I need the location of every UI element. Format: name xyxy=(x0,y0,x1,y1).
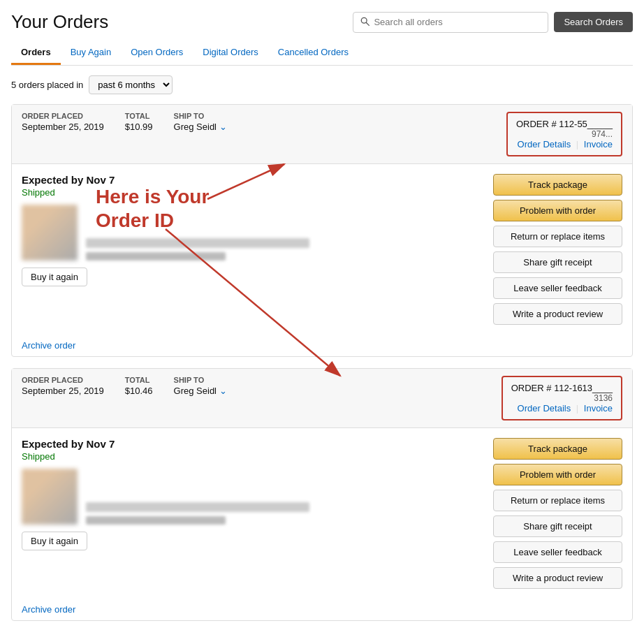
shipped-status-2: Shipped xyxy=(22,451,483,462)
order-total-col-1: TOTAL $10.99 xyxy=(125,112,153,156)
order-body-left-1: Expected by Nov 7 Shipped Buy it again H… xyxy=(22,174,483,325)
search-area: Search Orders xyxy=(353,12,633,33)
product-row-2 xyxy=(22,469,483,525)
order-shipto-col-2: SHIP TO Greg Seidl ⌄ xyxy=(174,376,227,420)
svg-line-1 xyxy=(367,22,369,25)
order-placed-col-1: ORDER PLACED September 25, 2019 xyxy=(22,112,104,156)
order-total-value-1: $10.99 xyxy=(125,122,153,132)
order-total-value-2: $10.46 xyxy=(125,386,153,396)
archive-link-2[interactable]: Archive order xyxy=(12,599,632,620)
orders-count-prefix: 5 orders placed in xyxy=(11,80,83,90)
leave-feedback-btn-1[interactable]: Leave seller feedback xyxy=(493,277,622,299)
search-orders-button[interactable]: Search Orders xyxy=(554,12,633,32)
order-shipto-col-1: SHIP TO Greg Seidl ⌄ xyxy=(174,112,227,156)
tab-buy-again[interactable]: Buy Again xyxy=(61,41,122,65)
order-details-link-2[interactable]: Order Details xyxy=(518,403,571,414)
order-placed-date-1: September 25, 2019 xyxy=(22,122,104,132)
order-actions-1: Track package Problem with order Return … xyxy=(493,174,622,325)
return-replace-btn-2[interactable]: Return or replace items xyxy=(493,490,622,511)
order-body-2: Expected by Nov 7 Shipped Buy it again T… xyxy=(12,428,632,599)
order-number-2: ORDER # 112-1613____ xyxy=(511,383,613,393)
buy-again-btn-2[interactable]: Buy it again xyxy=(22,532,87,550)
order-placed-col-2: ORDER PLACED September 25, 2019 xyxy=(22,376,104,420)
search-input[interactable] xyxy=(374,17,541,27)
product-subtitle-blurred-2 xyxy=(86,516,226,525)
order-placed-label-2: ORDER PLACED xyxy=(22,376,104,384)
expected-delivery-1: Expected by Nov 7 xyxy=(22,174,483,186)
archive-order-link-2[interactable]: Archive order xyxy=(22,604,75,615)
order-placed-label-1: ORDER PLACED xyxy=(22,112,104,120)
search-icon xyxy=(360,17,369,28)
share-gift-receipt-btn-1[interactable]: Share gift receipt xyxy=(493,251,622,273)
order-body-left-2: Expected by Nov 7 Shipped Buy it again xyxy=(22,438,483,589)
order-links-2: Order Details | Invoice xyxy=(511,403,613,414)
order-total-col-2: TOTAL $10.46 xyxy=(125,376,153,420)
page-header: Your Orders Search Orders xyxy=(11,11,633,33)
svg-point-0 xyxy=(362,17,367,23)
order-shipto-label-2: SHIP TO xyxy=(174,376,227,384)
product-image-2 xyxy=(22,469,78,525)
leave-feedback-btn-2[interactable]: Leave seller feedback xyxy=(493,541,622,563)
search-box[interactable] xyxy=(353,12,548,33)
order-shipto-value-1: Greg Seidl ⌄ xyxy=(174,122,227,132)
order-card-1: ORDER PLACED September 25, 2019 TOTAL $1… xyxy=(11,104,633,357)
invoice-link-2[interactable]: Invoice xyxy=(584,403,613,414)
order-total-label-2: TOTAL xyxy=(125,376,153,384)
order-id-col-1: ORDER # 112-55_____ 974... Order Details… xyxy=(506,112,622,156)
order-num-partial-2: 3136 xyxy=(511,393,613,403)
order-num-partial-1: 974... xyxy=(516,129,613,139)
order-id-col-2: ORDER # 112-1613____ 3136 Order Details … xyxy=(502,376,622,420)
tab-digital-orders[interactable]: Digital Orders xyxy=(193,41,268,65)
page-title: Your Orders xyxy=(11,11,108,33)
tab-open-orders[interactable]: Open Orders xyxy=(121,41,193,65)
order-actions-2: Track package Problem with order Return … xyxy=(493,438,622,589)
order-body-1: Expected by Nov 7 Shipped Buy it again H… xyxy=(12,164,632,335)
filter-row: 5 orders placed in past 6 months past 3 … xyxy=(11,75,633,94)
product-title-blurred-2 xyxy=(86,502,309,512)
track-package-btn-1[interactable]: Track package xyxy=(493,174,622,196)
expected-delivery-2: Expected by Nov 7 xyxy=(22,438,483,450)
order-placed-date-2: September 25, 2019 xyxy=(22,386,104,396)
product-title-blurred-1 xyxy=(86,238,309,248)
order-header-2: ORDER PLACED September 25, 2019 TOTAL $1… xyxy=(12,369,632,428)
order-links-1: Order Details | Invoice xyxy=(516,139,613,149)
track-package-btn-2[interactable]: Track package xyxy=(493,438,622,460)
write-review-btn-1[interactable]: Write a product review xyxy=(493,303,622,325)
order-shipto-value-2: Greg Seidl ⌄ xyxy=(174,386,227,396)
product-info-1 xyxy=(86,238,483,261)
return-replace-btn-1[interactable]: Return or replace items xyxy=(493,226,622,247)
order-shipto-label-1: SHIP TO xyxy=(174,112,227,120)
tabs-bar: Orders Buy Again Open Orders Digital Ord… xyxy=(11,41,633,66)
write-review-btn-2[interactable]: Write a product review xyxy=(493,567,622,589)
problem-with-order-btn-1[interactable]: Problem with order xyxy=(493,200,622,221)
product-image-1 xyxy=(22,205,78,261)
archive-link-1[interactable]: Archive order xyxy=(12,335,632,356)
product-row-1 xyxy=(22,205,483,261)
tab-cancelled-orders[interactable]: Cancelled Orders xyxy=(268,41,358,65)
order-number-1: ORDER # 112-55_____ xyxy=(516,119,613,129)
invoice-link-1[interactable]: Invoice xyxy=(584,139,613,149)
period-filter[interactable]: past 6 months past 3 months past year xyxy=(89,75,173,94)
order-total-label-1: TOTAL xyxy=(125,112,153,120)
archive-order-link-1[interactable]: Archive order xyxy=(22,340,75,351)
share-gift-receipt-btn-2[interactable]: Share gift receipt xyxy=(493,515,622,537)
product-info-2 xyxy=(86,502,483,525)
tab-orders[interactable]: Orders xyxy=(11,41,61,65)
problem-with-order-btn-2[interactable]: Problem with order xyxy=(493,464,622,485)
order-id-highlighted-1: ORDER # 112-55_____ 974... Order Details… xyxy=(506,112,622,156)
shipped-status-1: Shipped xyxy=(22,187,483,198)
buy-again-btn-1[interactable]: Buy it again xyxy=(22,268,87,286)
product-subtitle-blurred-1 xyxy=(86,252,226,261)
order-card-2: ORDER PLACED September 25, 2019 TOTAL $1… xyxy=(11,368,633,621)
order-details-link-1[interactable]: Order Details xyxy=(518,139,571,149)
order-header-1: ORDER PLACED September 25, 2019 TOTAL $1… xyxy=(12,105,632,164)
order-id-highlighted-2: ORDER # 112-1613____ 3136 Order Details … xyxy=(502,376,622,420)
